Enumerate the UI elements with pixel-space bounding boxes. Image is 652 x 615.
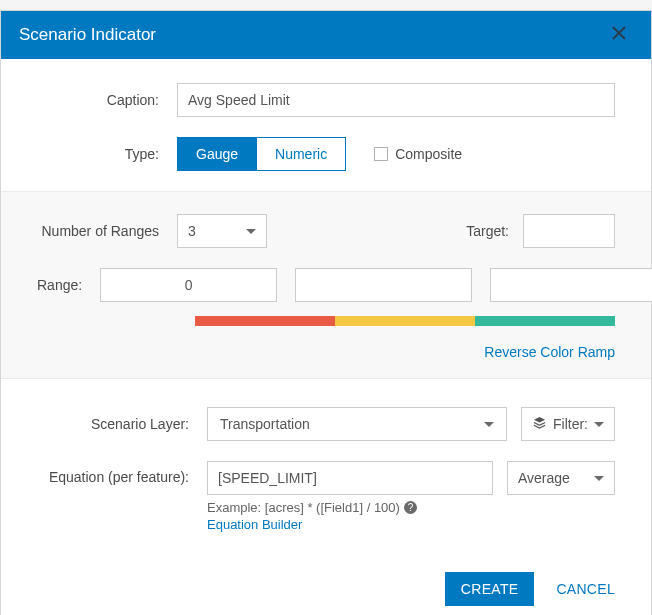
cancel-button[interactable]: CANCEL <box>556 581 615 597</box>
close-button[interactable] <box>605 21 633 49</box>
close-icon <box>611 25 627 45</box>
scenario-layer-label: Scenario Layer: <box>37 416 207 432</box>
caption-input[interactable] <box>177 83 615 117</box>
type-row: Type: Gauge Numeric Composite <box>37 137 615 171</box>
composite-label: Composite <box>395 146 462 162</box>
help-icon[interactable]: ? <box>404 501 417 514</box>
equation-input[interactable] <box>207 461 493 495</box>
type-label: Type: <box>37 146 177 162</box>
composite-checkbox-wrap[interactable]: Composite <box>374 146 462 162</box>
range-input-0[interactable] <box>100 268 277 302</box>
range-values-row: Range: <box>37 268 615 302</box>
chevron-down-icon <box>594 476 604 481</box>
chevron-down-icon <box>484 422 494 427</box>
num-ranges-select[interactable]: 3 <box>177 214 267 248</box>
range-input-2[interactable] <box>490 268 652 302</box>
composite-checkbox[interactable] <box>374 147 388 161</box>
aggregation-select[interactable]: Average <box>507 461 615 495</box>
equation-example-text: Example: [acres] * ([Field1] / 100) <box>207 500 400 515</box>
filter-button[interactable]: Filter: <box>521 407 615 441</box>
range-label: Range: <box>37 277 100 293</box>
equation-builder-link[interactable]: Equation Builder <box>207 517 493 532</box>
scenario-layer-select[interactable]: Transportation <box>207 407 507 441</box>
num-ranges-value: 3 <box>188 223 196 239</box>
dialog-header: Scenario Indicator <box>1 11 651 59</box>
target-label: Target: <box>466 223 509 239</box>
filter-label: Filter: <box>553 416 588 432</box>
ramp-segment-1 <box>335 316 475 326</box>
num-ranges-label: Number of Ranges <box>37 223 177 239</box>
equation-row: Equation (per feature): Example: [acres]… <box>37 461 615 532</box>
color-ramp <box>195 316 615 326</box>
dialog-footer: CREATE CANCEL <box>1 544 651 615</box>
layers-icon <box>532 415 547 433</box>
type-numeric-button[interactable]: Numeric <box>257 137 346 171</box>
aggregation-value: Average <box>518 470 570 486</box>
scenario-layer-value: Transportation <box>220 416 310 432</box>
range-section: Number of Ranges 3 Target: Range: <box>1 191 651 379</box>
caption-label: Caption: <box>37 92 177 108</box>
equation-example: Example: [acres] * ([Field1] / 100) ? <box>207 500 493 515</box>
scenario-indicator-dialog: Scenario Indicator Caption: Type: Gauge … <box>0 10 652 615</box>
type-gauge-button[interactable]: Gauge <box>177 137 257 171</box>
ramp-segment-2 <box>475 316 615 326</box>
reverse-color-ramp-link[interactable]: Reverse Color Ramp <box>195 344 615 360</box>
scenario-layer-row: Scenario Layer: Transportation Filter: <box>37 407 615 441</box>
chevron-down-icon <box>246 229 256 234</box>
caption-row: Caption: <box>37 83 615 117</box>
range-input-1[interactable] <box>295 268 472 302</box>
dialog-body: Caption: Type: Gauge Numeric Composite N… <box>1 59 651 544</box>
equation-label: Equation (per feature): <box>37 461 207 485</box>
num-ranges-row: Number of Ranges 3 Target: <box>37 214 615 248</box>
target-input[interactable] <box>523 214 615 248</box>
type-toggle-group: Gauge Numeric <box>177 137 346 171</box>
dialog-title: Scenario Indicator <box>19 25 156 45</box>
ramp-segment-0 <box>195 316 335 326</box>
chevron-down-icon <box>594 422 604 427</box>
create-button[interactable]: CREATE <box>445 572 535 606</box>
